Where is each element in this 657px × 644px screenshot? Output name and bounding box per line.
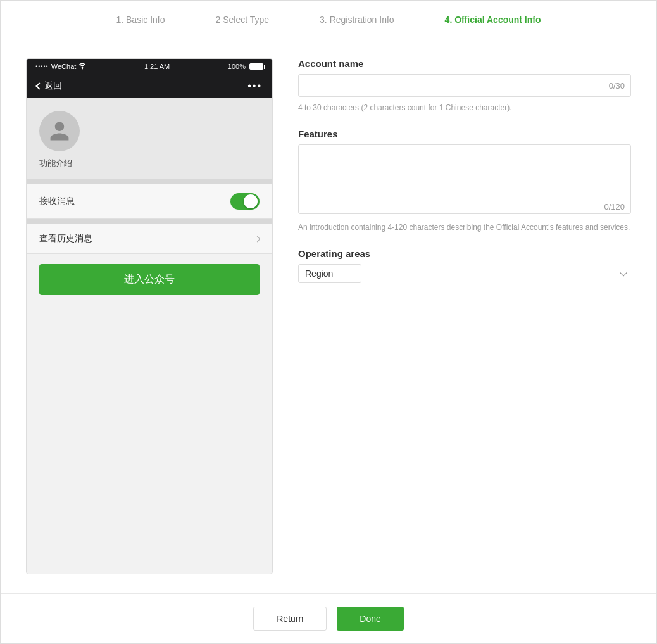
- phone-back-button[interactable]: 返回: [37, 80, 62, 92]
- operating-areas-group: Operating areas Region: [298, 248, 631, 283]
- account-name-input-wrapper: 0/30: [298, 74, 631, 97]
- battery-percent: 100%: [228, 63, 246, 70]
- operating-areas-label: Operating areas: [298, 248, 631, 259]
- phone-description-label: 功能介绍: [39, 158, 72, 169]
- features-textarea-wrapper: 0/120: [298, 144, 631, 217]
- region-select[interactable]: Region: [298, 264, 361, 283]
- done-button[interactable]: Done: [337, 607, 403, 631]
- features-label: Features: [298, 129, 631, 139]
- account-name-counter: 0/30: [609, 81, 625, 91]
- avatar: [39, 111, 80, 151]
- account-name-input[interactable]: [298, 74, 631, 97]
- avatar-icon: [48, 120, 71, 142]
- features-group: Features 0/120 An introduction containin…: [298, 129, 631, 233]
- receive-messages-toggle[interactable]: [230, 193, 260, 210]
- status-right: 100%: [228, 63, 263, 70]
- account-name-group: Account name 0/30 4 to 30 characters (2 …: [298, 58, 631, 113]
- view-history-label: 查看历史消息: [39, 233, 92, 244]
- phone-divider-2: [27, 219, 272, 224]
- status-time: 1:21 AM: [144, 63, 170, 70]
- features-hint: An introduction containing 4-120 charact…: [298, 222, 631, 233]
- back-label: 返回: [44, 80, 62, 92]
- status-left: ••••• WeChat: [35, 63, 86, 70]
- phone-status-bar: ••••• WeChat 1:21 AM 100%: [27, 59, 272, 74]
- step-2: 2 Select Type: [216, 15, 270, 25]
- chevron-left-icon: [35, 82, 42, 89]
- chevron-down-icon: [620, 269, 627, 276]
- step-3-label: 3. Registration Info: [320, 15, 394, 25]
- features-textarea[interactable]: [298, 144, 631, 214]
- phone-mockup: ••••• WeChat 1:21 AM 100%: [26, 58, 273, 574]
- carrier-name: WeChat: [51, 63, 77, 70]
- receive-messages-label: 接收消息: [39, 196, 75, 207]
- more-options-icon[interactable]: •••: [247, 80, 262, 92]
- step-divider-3: [401, 20, 439, 20]
- phone-divider-1: [27, 179, 272, 184]
- step-1-label: 1. Basic Info: [116, 15, 165, 25]
- features-counter: 0/120: [604, 202, 625, 212]
- stepper: 1. Basic Info 2 Select Type 3. Registrat…: [1, 1, 656, 39]
- chevron-right-icon: [254, 236, 261, 242]
- svg-point-0: [82, 68, 83, 70]
- step-4-label: 4. Official Account Info: [445, 15, 541, 25]
- phone-enter-button[interactable]: 进入公众号: [39, 264, 260, 295]
- step-2-label: 2 Select Type: [216, 15, 270, 25]
- account-name-hint: 4 to 30 characters (2 characters count f…: [298, 102, 631, 113]
- content-area: ••••• WeChat 1:21 AM 100%: [1, 39, 656, 593]
- return-button[interactable]: Return: [253, 607, 327, 631]
- wifi-icon: [78, 63, 86, 70]
- main-container: 1. Basic Info 2 Select Type 3. Registrat…: [0, 0, 657, 644]
- footer: Return Done: [1, 593, 656, 643]
- step-4: 4. Official Account Info: [445, 15, 541, 25]
- step-1: 1. Basic Info: [116, 15, 165, 25]
- step-divider-1: [172, 20, 210, 20]
- step-divider-2: [275, 20, 313, 20]
- phone-nav-bar: 返回 •••: [27, 74, 272, 98]
- phone-menu-receive-messages: 接收消息: [27, 184, 272, 219]
- form-area: Account name 0/30 4 to 30 characters (2 …: [298, 58, 631, 574]
- region-select-wrapper: Region: [298, 264, 631, 283]
- signal-dots: •••••: [35, 63, 49, 70]
- phone-profile-section: 功能介绍: [27, 98, 272, 179]
- battery-icon: [249, 63, 263, 70]
- account-name-label: Account name: [298, 58, 631, 69]
- enter-button-label: 进入公众号: [124, 274, 175, 284]
- phone-menu-view-history[interactable]: 查看历史消息: [27, 224, 272, 254]
- step-3: 3. Registration Info: [320, 15, 394, 25]
